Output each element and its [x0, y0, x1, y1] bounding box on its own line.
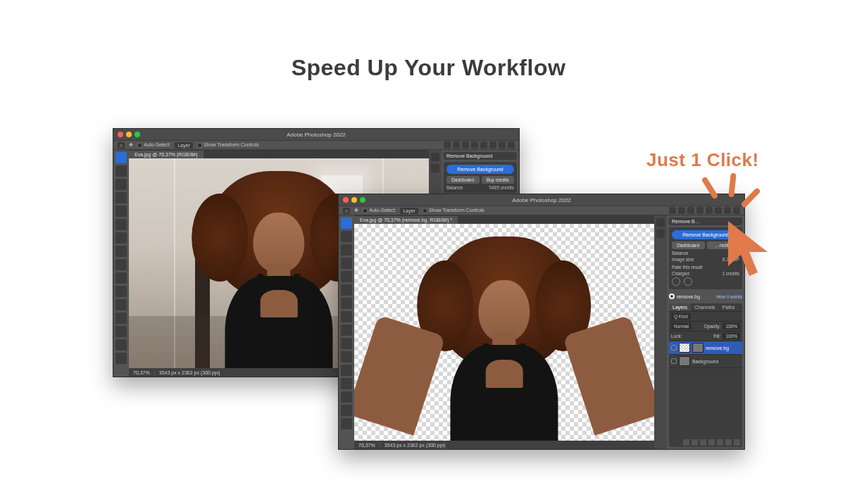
- link-layers-icon[interactable]: [683, 439, 689, 446]
- layer-row[interactable]: remove.bg: [669, 341, 742, 355]
- auto-select-checkbox[interactable]: [137, 143, 142, 148]
- eraser-tool-icon[interactable]: [115, 299, 127, 310]
- stamp-tool-icon[interactable]: [341, 338, 352, 349]
- show-transform-checkbox[interactable]: [423, 208, 427, 213]
- eyedropper-tool-icon[interactable]: [341, 298, 352, 309]
- panel-icon[interactable]: [431, 164, 439, 172]
- tab-layers[interactable]: Layers: [669, 303, 691, 311]
- lasso-tool-icon[interactable]: [341, 244, 352, 256]
- align-icon[interactable]: [669, 207, 676, 214]
- zoom-icon[interactable]: [360, 197, 365, 203]
- blur-tool-icon[interactable]: [115, 326, 127, 337]
- pen-tool-icon[interactable]: [341, 418, 352, 429]
- pen-tool-icon[interactable]: [115, 353, 127, 364]
- distribute-icon[interactable]: [499, 141, 506, 149]
- gradient-tool-icon[interactable]: [115, 313, 127, 324]
- zoom-icon[interactable]: [135, 132, 140, 137]
- home-icon[interactable]: ⌂: [118, 142, 125, 149]
- mode-icon[interactable]: [471, 141, 478, 149]
- dashboard-button[interactable]: Dashboard: [446, 176, 480, 184]
- buy-credits-button[interactable]: …redits: [707, 241, 740, 249]
- status-zoom[interactable]: 70,37%: [354, 443, 380, 448]
- brush-tool-icon[interactable]: [115, 259, 127, 270]
- panel-icon[interactable]: [431, 153, 439, 161]
- crop-tool-icon[interactable]: [341, 271, 352, 282]
- gradient-tool-icon[interactable]: [341, 378, 352, 389]
- eraser-tool-icon[interactable]: [341, 365, 352, 376]
- wand-tool-icon[interactable]: [115, 192, 127, 203]
- mode-icon[interactable]: [480, 141, 487, 149]
- minimize-icon[interactable]: [351, 197, 357, 203]
- document-tab-label: Eva.jpg @ 70,37% (RGB/8#): [129, 151, 204, 158]
- document-tab[interactable]: Eva.jpg @ 70,37% (RGB/8#): [129, 150, 429, 158]
- layer-filter-dropdown[interactable]: Q Kind: [671, 313, 691, 320]
- marquee-tool-icon[interactable]: [341, 231, 352, 242]
- align-icon[interactable]: [453, 141, 460, 149]
- tab-channels[interactable]: Channels: [691, 303, 719, 311]
- eyedropper-tool-icon[interactable]: [115, 232, 127, 244]
- minimize-icon[interactable]: [126, 132, 132, 137]
- document-tab[interactable]: Eva.jpg @ 70,37% (remove.bg, RGB/8#) *: [354, 215, 654, 224]
- frame-tool-icon[interactable]: [115, 219, 127, 230]
- dodge-tool-icon[interactable]: [341, 405, 352, 416]
- marquee-tool-icon[interactable]: [115, 165, 127, 177]
- crop-tool-icon[interactable]: [115, 206, 127, 217]
- mode-icon[interactable]: [706, 207, 713, 214]
- align-icon[interactable]: [444, 141, 451, 149]
- auto-select-checkbox[interactable]: [363, 208, 368, 213]
- heal-tool-icon[interactable]: [115, 246, 127, 257]
- distribute-icon[interactable]: [724, 207, 731, 214]
- panel-icon[interactable]: [656, 218, 665, 227]
- status-zoom[interactable]: 70,37%: [129, 370, 155, 375]
- move-tool-icon[interactable]: [341, 218, 352, 229]
- distribute-icon[interactable]: [489, 141, 496, 149]
- group-icon[interactable]: [717, 439, 723, 446]
- auto-select-dropdown[interactable]: Layer: [400, 208, 418, 214]
- opacity-value[interactable]: 100%: [722, 323, 740, 329]
- visibility-icon[interactable]: [671, 345, 677, 351]
- mask-icon[interactable]: [700, 439, 706, 446]
- frame-tool-icon[interactable]: [341, 284, 352, 296]
- distribute-icon[interactable]: [508, 141, 515, 149]
- dodge-tool-icon[interactable]: [115, 339, 127, 351]
- mode-icon[interactable]: [696, 207, 703, 214]
- trash-icon[interactable]: [734, 439, 740, 446]
- dashboard-button[interactable]: Dashboard: [672, 241, 705, 249]
- history-brush-tool-icon[interactable]: [115, 286, 127, 297]
- history-brush-tool-icon[interactable]: [341, 351, 352, 363]
- brush-tool-icon[interactable]: [341, 325, 352, 336]
- align-icon[interactable]: [462, 141, 469, 149]
- show-transform-checkbox[interactable]: [197, 143, 202, 148]
- thumbs-down-icon[interactable]: [684, 277, 692, 286]
- distribute-icon[interactable]: [715, 207, 722, 214]
- stamp-tool-icon[interactable]: [115, 272, 127, 284]
- blur-tool-icon[interactable]: [341, 391, 352, 403]
- how-it-works-link[interactable]: How it works: [716, 294, 742, 299]
- lasso-tool-icon[interactable]: [115, 179, 127, 190]
- adjustment-icon[interactable]: [708, 439, 715, 446]
- blend-mode-dropdown[interactable]: Normal: [671, 323, 692, 329]
- remove-background-button[interactable]: Remove Background: [446, 165, 514, 174]
- visibility-icon[interactable]: [671, 358, 677, 364]
- close-icon[interactable]: [118, 132, 123, 137]
- panel-icon[interactable]: [656, 229, 665, 238]
- move-tool-icon[interactable]: [115, 152, 127, 163]
- thumbs-up-icon[interactable]: [672, 277, 680, 286]
- distribute-icon[interactable]: [733, 207, 740, 214]
- wand-tool-icon[interactable]: [341, 258, 352, 269]
- heal-tool-icon[interactable]: [341, 311, 352, 322]
- home-icon[interactable]: ⌂: [343, 208, 350, 214]
- align-icon[interactable]: [687, 207, 694, 214]
- layer-row[interactable]: Background: [669, 355, 742, 368]
- canvas[interactable]: [354, 224, 654, 441]
- close-icon[interactable]: [343, 197, 349, 203]
- titlebar: Adobe Photoshop 2022: [339, 194, 744, 206]
- tab-paths[interactable]: Paths: [719, 303, 739, 311]
- remove-background-button[interactable]: Remove Background: [672, 230, 739, 239]
- fx-icon[interactable]: [692, 439, 698, 446]
- new-layer-icon[interactable]: [725, 439, 732, 446]
- align-icon[interactable]: [678, 207, 685, 214]
- buy-credits-button[interactable]: Buy credits: [482, 176, 515, 184]
- auto-select-dropdown[interactable]: Layer: [175, 142, 193, 149]
- fill-value[interactable]: 100%: [722, 333, 740, 339]
